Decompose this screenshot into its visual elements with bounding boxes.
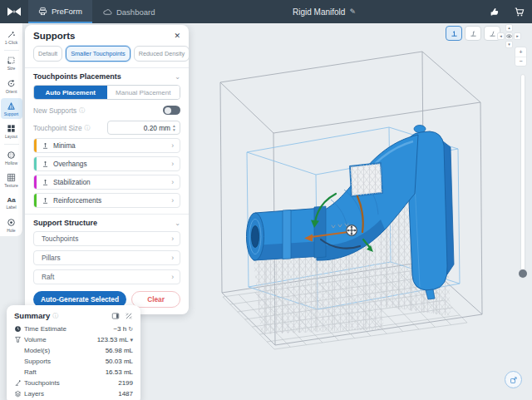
tab-preform[interactable]: PreForm [28,0,92,23]
zoom-out-button[interactable]: − [515,57,526,67]
structure-row-touchpoints[interactable]: Touchpoints › [33,231,180,246]
structure-row-pillars[interactable]: Pillars › [33,250,180,265]
touchpoint-size-input[interactable] [108,124,170,132]
sidebar-item-layout[interactable]: Layout [1,121,22,141]
pan-left-button[interactable]: ◂ [497,32,505,40]
close-icon[interactable]: ✕ [174,32,180,40]
summary-label: Raft [14,368,106,376]
pan-down-button[interactable]: ▾ [505,41,513,48]
category-row-reinforcements[interactable]: Reinforcements › [33,193,180,208]
chevron-right-icon: › [171,178,174,186]
chevron-down-icon[interactable]: ⌄ [175,73,180,81]
summary-value: ~3 h [113,325,126,333]
touchpoint-anchor-icon [42,142,49,150]
chevron-right-icon: › [171,273,174,281]
platform-view-2-button[interactable] [465,26,481,41]
summary-label: Volume [24,336,97,343]
layer-slider[interactable] [521,75,525,278]
refresh-icon[interactable]: ↻ [128,326,133,333]
arrow-left-icon: ◂ [500,34,502,38]
preset-reduced-density-button[interactable]: Reduced Density [134,46,190,62]
platform-view-1-button[interactable] [446,26,462,41]
stepper[interactable]: ▴ ▾ [170,124,180,131]
chevron-right-icon: › [171,160,174,168]
sidebar-item-label: Support [4,111,19,116]
category-row-overhangs[interactable]: Overhangs › [33,156,180,171]
preset-smaller-touchpoints-button[interactable]: Smaller Touchpoints [66,46,131,62]
panel-toggle-icon[interactable] [111,312,120,320]
auto-placement-button[interactable]: Auto Placement [34,86,107,99]
summary-value: 1487 [118,390,133,398]
manual-placement-button[interactable]: Manual Placement [107,86,180,99]
category-row-stabilization[interactable]: Stabilization › [33,175,180,190]
cart-icon[interactable] [514,7,525,17]
sidebar-item-hole[interactable]: Hole [1,215,22,235]
collapse-icon[interactable] [125,312,133,320]
zoom-in-button[interactable]: + [515,47,526,57]
zoom-control: + − [515,47,527,67]
sidebar-item-hollow[interactable]: Hollow [1,147,22,168]
summary-value: 50.03 mL [106,358,133,365]
pan-up-button[interactable]: ▴ [505,24,513,32]
layer-slider-handle[interactable] [519,269,527,278]
edit-title-icon[interactable]: ✎ [349,7,356,16]
clear-button[interactable]: Clear [131,291,180,308]
tab-dashboard[interactable]: Dashboard [92,0,165,23]
chevron-right-icon: › [171,254,174,262]
tool-sidebar: 1-Click Size Orient Support Layout Hollo… [0,23,23,236]
touchpoint-pin-icon [14,379,24,387]
touchpoint-size-field: ▴ ▾ [107,121,180,135]
sidebar-item-size[interactable]: Size [1,53,22,74]
summary-row-volume[interactable]: Volume 123.53 mL▾ [14,334,133,345]
fit-view-button[interactable] [505,371,522,388]
cloud-icon [102,7,112,17]
sidebar-item-texture[interactable]: Texture [1,170,22,190]
arrow-right-icon: ▸ [516,34,519,38]
clock-icon [14,325,24,333]
summary-label: Touchpoints [24,379,118,387]
sidebar-item-label: Hole [7,228,15,233]
category-color-bar [34,175,37,189]
summary-label: Supports [14,358,106,365]
support-icon [7,101,16,111]
touchpoint-anchor-icon [42,160,49,168]
sidebar-item-1-click[interactable]: 1-Click [1,27,22,47]
dropdown-icon[interactable]: ▾ [130,337,133,343]
summary-value: 123.53 mL [97,336,129,343]
arrow-up-icon: ▴ [508,26,510,30]
sidebar-item-support[interactable]: Support [1,98,22,119]
placement-segmented-control: Auto Placement Manual Placement [33,85,180,100]
info-icon: ⓘ [52,312,58,320]
summary-row-time-estimate: Time Estimate ~3 h↻ [14,323,133,334]
category-color-bar [34,157,37,170]
magic-wand-icon [7,30,16,39]
summary-label: Layers [24,390,118,398]
summary-value: 16.53 mL [106,368,133,376]
topbar: PreForm Dashboard Rigid Manifold ✎ [0,0,532,23]
category-row-minima[interactable]: Minima › [33,138,180,153]
sidebar-item-label: Layout [5,134,17,139]
move-handle[interactable] [347,225,357,236]
summary-label: Time Estimate [24,325,113,333]
supports-panel-title: Supports [33,31,75,41]
chevron-down-icon[interactable]: ⌄ [175,220,180,227]
view-home-button[interactable] [505,32,513,40]
info-icon: ⓘ [79,106,85,115]
sidebar-item-orient[interactable]: Orient [1,76,22,96]
tab-preform-label: PreForm [52,7,82,16]
structure-label: Raft [42,273,54,281]
pan-right-button[interactable]: ▸ [514,32,521,40]
category-label: Minima [53,141,167,150]
new-supports-toggle[interactable] [163,106,180,115]
fit-view-icon [510,376,518,384]
label-aa-icon: Aa [7,196,15,204]
preset-buttons: Default Smaller Touchpoints Reduced Dens… [33,46,180,62]
thumbs-up-icon[interactable] [490,7,500,17]
structure-label: Pillars [42,254,61,262]
sidebar-item-label[interactable]: Aa Label [1,192,22,213]
structure-row-raft[interactable]: Raft › [33,269,180,284]
step-down-icon[interactable]: ▾ [173,128,175,132]
preset-default-button[interactable]: Default [33,46,62,62]
category-color-bar [34,139,37,152]
divider [4,50,19,51]
